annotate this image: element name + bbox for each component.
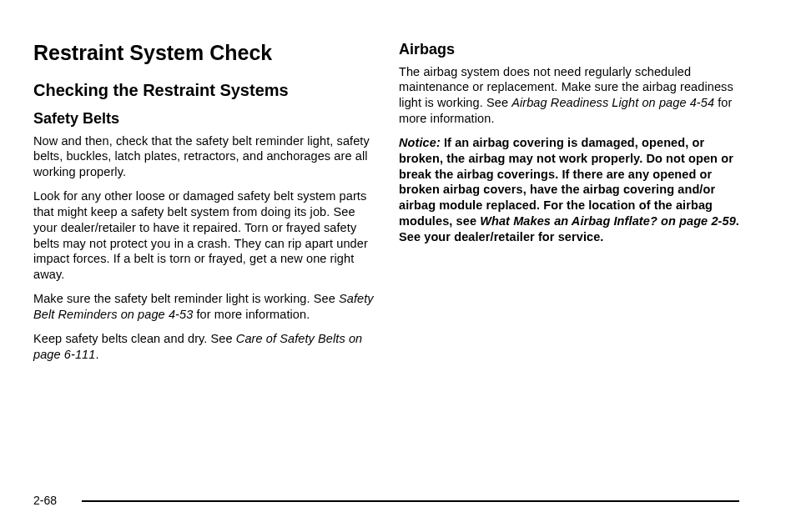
body-paragraph: Look for any other loose or damaged safe…: [33, 188, 374, 283]
subsection-title: Checking the Restraint Systems: [33, 80, 374, 101]
cross-reference: Airbag Readiness Light on page 4-54: [511, 96, 714, 109]
left-column: Restraint System Check Checking the Rest…: [33, 40, 374, 370]
topic-heading-safety-belts: Safety Belts: [33, 109, 374, 128]
notice-paragraph: Notice: If an airbag covering is damaged…: [399, 135, 739, 245]
section-title: Restraint System Check: [33, 40, 374, 65]
text-run: Make sure the safety belt reminder light…: [33, 292, 339, 305]
cross-reference: What Makes an Airbag Inflate? on page 2-…: [480, 214, 736, 228]
topic-heading-airbags: Airbags: [399, 40, 739, 59]
notice-label: Notice:: [399, 136, 441, 149]
body-paragraph: Now and then, check that the safety belt…: [33, 133, 374, 181]
text-run: .: [95, 348, 98, 361]
page-footer: 2-68: [33, 500, 739, 502]
right-column: Airbags The airbag system does not need …: [399, 40, 739, 370]
text-run: for more information.: [193, 308, 310, 321]
two-column-layout: Restraint System Check Checking the Rest…: [33, 40, 739, 370]
text-run: Keep safety belts clean and dry. See: [33, 332, 236, 345]
body-paragraph: Make sure the safety belt reminder light…: [33, 291, 374, 323]
page-number: 2-68: [33, 494, 57, 507]
body-paragraph: The airbag system does not need regularl…: [399, 64, 739, 127]
footer-rule: [82, 500, 739, 502]
body-paragraph: Keep safety belts clean and dry. See Car…: [33, 331, 374, 363]
manual-page: Restraint System Check Checking the Rest…: [0, 0, 796, 532]
